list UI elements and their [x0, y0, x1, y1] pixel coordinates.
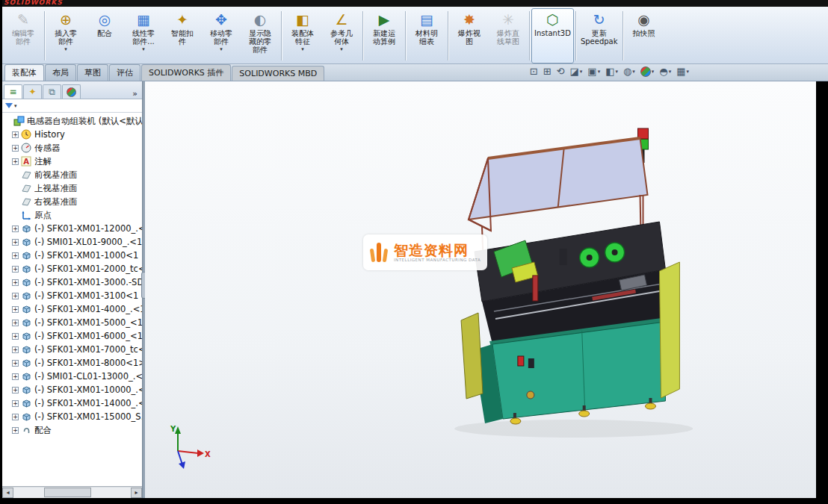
annotation-icon: A [21, 156, 32, 167]
smart-fasteners-icon: ✦ [176, 11, 188, 28]
scroll-right-arrow[interactable]: ▸ [131, 488, 142, 498]
display-style-icon[interactable]: ◧▾ [605, 66, 618, 77]
apply-scene-icon[interactable]: ◓▾ [659, 66, 671, 77]
tree-expander[interactable]: + [12, 131, 19, 138]
ribbon-button-instant3d[interactable]: ⬡Instant3D [531, 8, 574, 63]
tree-expander[interactable]: + [12, 225, 19, 232]
tree-item-component[interactable]: +(-) SFK01-XM01-5000_<1 [2, 316, 142, 329]
ribbon-button-exploded-view[interactable]: ✸爆炸视 图 [450, 8, 489, 63]
ribbon-button-bill-of-materials[interactable]: ▤材料明 细表 [407, 8, 446, 63]
filter-caret-icon[interactable]: ▾ [14, 103, 17, 109]
tree-item-plane[interactable]: +前视基准面 [2, 168, 142, 181]
scrollbar-track[interactable] [13, 488, 131, 498]
tree-item-component[interactable]: +(-) SFK01-XM01-12000_.< [2, 222, 142, 235]
tree-item-component[interactable]: +(-) SMI01-XL01-9000_.<1 [2, 235, 142, 249]
tree-item-component[interactable]: +(-) SFK01-XM01-14000_.< [2, 396, 142, 410]
filter-funnel-icon[interactable] [5, 103, 13, 108]
watermark-text: 智造资料网 [394, 243, 481, 258]
tree-item-label: 右视基准面 [34, 196, 78, 208]
tree-item-component[interactable]: +(-) SFK01-XM01-1000<1 [2, 249, 142, 262]
scrollbar-thumb[interactable] [44, 488, 91, 497]
panel-tab-featuremanager-tree[interactable]: ≡ [4, 84, 22, 99]
tab-assembly[interactable]: 装配体 [4, 64, 44, 81]
tree-expander[interactable]: + [12, 427, 19, 434]
tree-item-component[interactable]: +(-) SFK01-XM01-8000<1> [2, 356, 142, 370]
ribbon-button-move-component[interactable]: ✥移动零 部件▾ [202, 8, 241, 63]
tree-item-label: (-) SFK01-XM01-8000<1> [34, 358, 142, 368]
tree-expander[interactable]: + [12, 414, 19, 420]
zoom-to-fit-icon[interactable]: ⊡ [530, 66, 538, 77]
tree-expander[interactable]: + [12, 400, 19, 407]
tree-item-label: (-) SMI01-XL01-9000_.<1 [34, 237, 142, 247]
hide-show-items-icon[interactable]: ◍▾ [623, 66, 635, 77]
tree-item-mates[interactable]: +配合 [2, 423, 142, 437]
tab-evaluate[interactable]: 评估 [109, 64, 140, 81]
tree-item-component[interactable]: +(-) SFK01-XM01-15000_S. [2, 410, 142, 423]
tree-item-component[interactable]: +(-) SFK01-XM01-2000_tc< [2, 262, 142, 276]
assembly-features-icon: ◧ [296, 11, 309, 28]
ribbon-button-new-motion-study[interactable]: ▶新建运 动算例 [365, 8, 404, 63]
panel-tab-property-manager[interactable]: ✦ [23, 84, 42, 99]
tree-item-component[interactable]: +(-) SFK01-XM01-6000_<1 [2, 329, 142, 343]
tree-expander[interactable]: + [12, 346, 19, 353]
edit-appearance-ball-icon [640, 66, 651, 77]
tree-expander[interactable]: + [12, 360, 19, 367]
machine-model[interactable] [454, 128, 693, 438]
tree-item-plane[interactable]: +上视基准面 [2, 181, 142, 195]
view-settings-icon[interactable]: ▦▾ [676, 66, 689, 77]
ribbon-button-label: 配合 [97, 29, 112, 37]
tree-item-component[interactable]: +(-) SMI01-CL01-13000_.< [2, 370, 142, 383]
section-view-icon[interactable]: ◪▾ [570, 66, 583, 77]
tab-sw-mbd[interactable]: SOLIDWORKS MBD [232, 66, 324, 81]
tree-item-history[interactable]: +History [2, 128, 142, 141]
tab-layout[interactable]: 布局 [45, 64, 76, 81]
tree-expander[interactable]: + [12, 252, 19, 259]
tree-expander[interactable]: + [12, 306, 19, 313]
ribbon-button-linear-component-pattern[interactable]: ▦线性零 部件...▾ [124, 8, 163, 63]
panel-expand-flyout[interactable]: » [130, 89, 140, 99]
ribbon-button-label: 智能扣 件 [171, 29, 194, 46]
tree-item-component[interactable]: +(-) SFK01-XM01-3100<1 [2, 289, 142, 302]
panel-tab-configuration-manager[interactable]: ⧉ [43, 84, 61, 99]
tree-item-component[interactable]: +(-) SFK01-XM01-7000_tc< [2, 343, 142, 356]
tree-item-component[interactable]: +(-) SFK01-XM01-3000.-SD [2, 276, 142, 289]
tree-root-item[interactable]: +电感器自动组装机 (默认<默认 [2, 114, 142, 128]
tree-item-plane[interactable]: +右视基准面 [2, 195, 142, 208]
tree-expander[interactable]: + [12, 158, 19, 165]
tree-item-annotation[interactable]: +A注解 [2, 155, 142, 168]
panel-tab-display-manager[interactable] [62, 84, 81, 99]
tab-sketch[interactable]: 草图 [77, 64, 108, 81]
ribbon-button-take-snapshot[interactable]: ◉拍快照 [625, 8, 664, 63]
horizontal-scrollbar[interactable]: ◂ ▸ [2, 486, 142, 498]
ribbon-button-assembly-features[interactable]: ◧装配体 特征▾ [283, 8, 322, 63]
edit-appearance-icon[interactable]: ▾ [640, 66, 655, 77]
previous-view-icon[interactable]: ⟲ [557, 66, 565, 77]
dropdown-caret-icon: ▾ [652, 66, 655, 77]
zoom-to-area-icon[interactable]: ⊞ [543, 66, 552, 77]
tab-sw-addins[interactable]: SOLIDWORKS 插件 [141, 64, 231, 81]
ribbon-button-mate[interactable]: ◎配合 [85, 8, 124, 63]
tree-item-component[interactable]: +(-) SFK01-XM01-4000_.<1 [2, 302, 142, 316]
viewport-3d[interactable]: 智造资料网 INTELLIGENT MANUFACTURING DATA Y X [145, 81, 816, 498]
tree-item-sensor[interactable]: +传感器 [2, 141, 142, 155]
ribbon-button-smart-fasteners[interactable]: ✦智能扣 件 [163, 8, 202, 63]
tree-item-component[interactable]: +(-) SFK01-XM01-10000_.< [2, 383, 142, 396]
tree-expander[interactable]: + [12, 266, 19, 273]
tree-expander[interactable]: + [12, 239, 19, 246]
tree-expander[interactable]: + [12, 279, 19, 286]
tree-item-origin[interactable]: +原点 [2, 208, 142, 222]
solidworks-window: SOLIDWORKS ✎编辑零 部件⊕插入零 部件▾◎配合▦线性零 部件...▾… [0, 0, 828, 504]
view-orientation-icon[interactable]: ▣▾ [587, 66, 600, 77]
tree-expander[interactable]: + [12, 293, 19, 299]
ribbon-button-update-speedpak[interactable]: ↻更新 Speedpak [578, 8, 621, 63]
tree-expander[interactable]: + [12, 145, 19, 152]
tree-expander[interactable]: + [12, 387, 19, 393]
tree-expander[interactable]: + [12, 320, 19, 326]
ribbon-button-show-hidden-components[interactable]: ◐显示隐 藏的零 部件 [241, 8, 279, 63]
ribbon-button-reference-geometry[interactable]: ∠参考几 何体▾ [322, 8, 361, 63]
ribbon-button-insert-component[interactable]: ⊕插入零 部件▾ [46, 8, 85, 63]
tree-expander[interactable]: + [12, 333, 19, 340]
plane-icon [21, 169, 32, 180]
scroll-left-arrow[interactable]: ◂ [2, 488, 13, 498]
tree-expander[interactable]: + [12, 373, 19, 380]
